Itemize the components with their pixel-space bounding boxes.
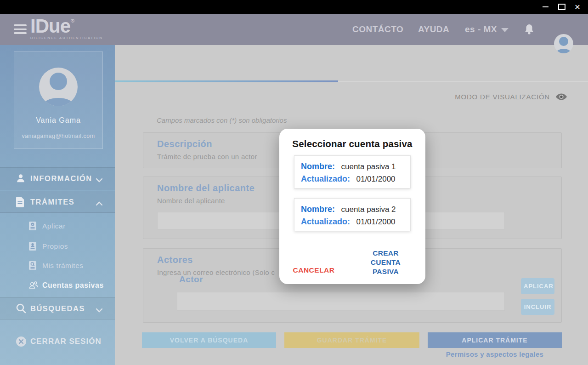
logo-subtitle: DILIGENCE AUTHENTICATION <box>30 36 103 40</box>
name-value: cuenta pasiva 2 <box>341 205 396 214</box>
sidebar: Vania Gama vaniagamag@hotmail.com INFORM… <box>0 45 115 365</box>
required-fields-note: Campos marcados con (*) son obligatorios <box>157 116 287 124</box>
sidebar-subitem-label: Propios <box>42 242 68 251</box>
document-search-icon <box>28 261 39 271</box>
modal-actions: CANCELAR CREAR CUENTA PASIVA <box>279 248 425 277</box>
nav-help-link[interactable]: AYUDA <box>418 14 449 45</box>
sidebar-subitem-label: Mis trámites <box>42 262 84 270</box>
hamburger-menu-icon[interactable] <box>14 24 27 36</box>
registered-mark: ® <box>71 18 74 23</box>
bell-icon <box>524 23 535 35</box>
close-circle-icon <box>16 336 27 347</box>
sidebar-subitem-propios[interactable]: Propios <box>0 240 115 253</box>
logout-label: CERRAR SESIÓN <box>30 337 102 346</box>
search-icon <box>16 303 27 314</box>
chevron-up-icon <box>96 200 103 208</box>
sidebar-subitem-mis-tramites[interactable]: Mis trámites <box>0 259 115 272</box>
permisos-legales-link[interactable]: Permisos y aspectos legales <box>428 350 562 358</box>
minimize-icon <box>543 6 548 7</box>
select-cuenta-pasiva-modal: Seleccionar cuenta pasiva Nombre: cuenta… <box>279 129 425 284</box>
notifications-button[interactable] <box>524 14 535 45</box>
view-mode-toggle[interactable]: MODO DE VISUALIZACIÓN <box>455 93 567 101</box>
app-window: ✕ IDue® DILIGENCE AUTHENTICATION CONTÁCT… <box>0 0 588 365</box>
document-icon <box>16 196 27 207</box>
chevron-down-icon <box>96 306 103 314</box>
sidebar-item-cerrar-sesion[interactable]: CERRAR SESIÓN <box>0 335 115 348</box>
volver-busqueda-button[interactable]: VOLVER A BÚSQUEDA <box>142 332 276 348</box>
caret-down-icon <box>501 28 509 32</box>
updated-value: 01/01/2000 <box>356 217 395 226</box>
sidebar-item-label: BÚSQUEDAS <box>30 304 85 313</box>
maximize-icon <box>558 4 565 10</box>
logo-title: IDue <box>30 15 70 37</box>
avatar-head <box>559 37 568 46</box>
window-maximize-button[interactable] <box>555 0 569 14</box>
sidebar-item-busquedas[interactable]: BÚSQUEDAS <box>0 297 115 319</box>
sidebar-subitem-label: Aplicar <box>42 222 66 230</box>
window-close-button[interactable]: ✕ <box>571 0 584 14</box>
app-logo: IDue® DILIGENCE AUTHENTICATION <box>30 17 103 40</box>
window-titlebar: ✕ <box>0 0 588 14</box>
language-label: es - MX <box>465 24 497 34</box>
document-check-icon <box>28 221 39 231</box>
aplicar-button[interactable]: APLICAR <box>521 278 554 294</box>
profile-name: Vania Gama <box>14 116 102 125</box>
sidebar-item-label: INFORMACIÓN <box>30 174 92 183</box>
sidebar-item-tramites[interactable]: TRÁMITES <box>0 191 115 213</box>
window-minimize-button[interactable] <box>538 0 552 14</box>
profile-email: vaniagamag@hotmail.com <box>14 133 102 139</box>
guardar-tramite-button[interactable]: GUARDAR TRÁMITE <box>284 332 419 348</box>
name-value: cuenta pasiva 1 <box>341 162 396 171</box>
eye-icon <box>556 93 567 100</box>
sidebar-subitem-cuentas-pasivas[interactable]: Cuentas pasivas <box>0 279 115 292</box>
sidebar-item-informacion[interactable]: INFORMACIÓN <box>0 167 115 189</box>
document-person-icon <box>28 241 39 251</box>
person-icon <box>16 173 27 184</box>
users-icon <box>28 280 39 291</box>
profile-avatar <box>39 68 78 106</box>
chevron-down-icon <box>96 176 103 184</box>
sidebar-subitem-label: Cuentas pasivas <box>42 281 104 290</box>
profile-card: Vania Gama vaniagamag@hotmail.com <box>14 51 103 149</box>
incluir-button[interactable]: INCLUIR <box>521 299 554 315</box>
close-icon: ✕ <box>574 3 580 11</box>
cuenta-pasiva-card[interactable]: Nombre: cuenta pasiva 2 Actualizado: 01/… <box>294 198 411 231</box>
updated-label: Actualizado: <box>301 174 350 183</box>
language-selector[interactable]: es - MX <box>465 14 509 45</box>
modal-title: Seleccionar cuenta pasiva <box>279 138 425 149</box>
view-mode-label: MODO DE VISUALIZACIÓN <box>455 93 550 101</box>
cuenta-pasiva-card[interactable]: Nombre: cuenta pasiva 1 Actualizado: 01/… <box>294 155 411 188</box>
updated-value: 01/01/2000 <box>356 175 395 183</box>
sidebar-subitem-aplicar[interactable]: Aplicar <box>0 220 115 233</box>
cancel-button[interactable]: CANCELAR <box>290 266 338 275</box>
name-label: Nombre: <box>301 205 335 214</box>
aplicar-tramite-button[interactable]: APLICAR TRÁMITE <box>428 332 562 348</box>
actor-input[interactable] <box>177 292 505 311</box>
crear-cuenta-pasiva-button[interactable]: CREAR CUENTA PASIVA <box>356 248 414 277</box>
app-header: IDue® DILIGENCE AUTHENTICATION CONTÁCTO … <box>0 14 588 45</box>
name-label: Nombre: <box>301 162 335 171</box>
tab-active-indicator <box>115 80 338 82</box>
user-avatar[interactable] <box>554 34 573 53</box>
nav-contact-link[interactable]: CONTÁCTO <box>352 14 403 45</box>
updated-label: Actualizado: <box>301 217 350 226</box>
sidebar-item-label: TRÁMITES <box>30 198 74 206</box>
actor-label: Actor <box>179 274 203 285</box>
